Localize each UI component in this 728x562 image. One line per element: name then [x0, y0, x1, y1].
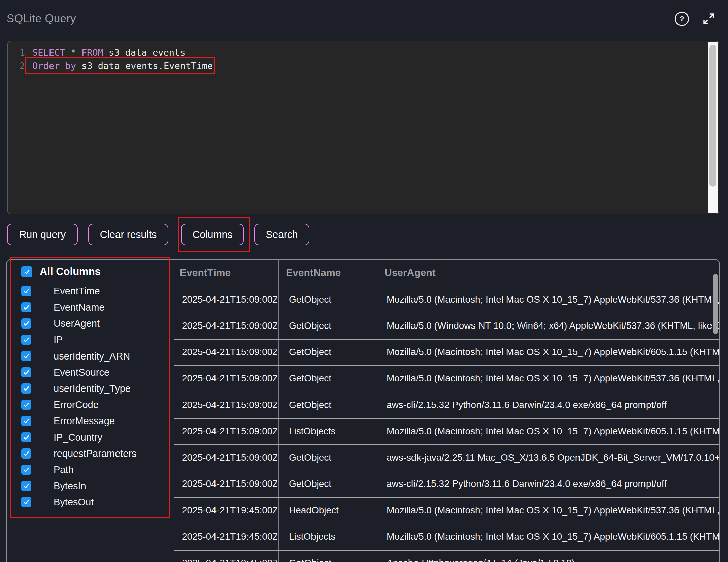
column-label: IP_Country [54, 432, 102, 443]
table-row: 2025-04-21T19:45:00Z ListObjects Mozilla… [174, 524, 719, 551]
column-label: Path [54, 464, 74, 475]
cell-eventname: GetObject [289, 339, 376, 365]
column-item: EventName [21, 302, 105, 313]
column-label: UserAgent [54, 318, 100, 329]
column-checkbox[interactable] [21, 465, 31, 475]
cell-eventname: GetObject [289, 313, 376, 339]
table-header-cell: UserAgent [385, 259, 436, 286]
column-item: Path [21, 464, 74, 475]
editor-scrollbar-thumb[interactable] [709, 45, 716, 187]
columns-button[interactable]: Columns [181, 224, 244, 245]
editor-scrollbar[interactable] [708, 42, 718, 213]
cell-eventtime: 2025-04-21T15:09:00Z [182, 471, 277, 497]
cell-eventname: GetObject [289, 286, 376, 313]
column-label: IP [54, 334, 63, 345]
all-columns-checkbox[interactable] [21, 266, 32, 277]
cell-eventtime: 2025-04-21T15:09:00Z [182, 313, 277, 339]
column-label: ErrorMessage [54, 415, 115, 427]
sql-keyword: Order by [32, 61, 76, 71]
sql-identifier: s3_data_events [109, 47, 186, 58]
column-checkbox[interactable] [21, 383, 31, 394]
line-number: 1 [13, 47, 25, 58]
column-checkbox[interactable] [21, 318, 31, 329]
table-header-row: EventTime EventName UserAgent [174, 259, 719, 286]
search-button[interactable]: Search [254, 224, 309, 245]
code-area: 1 SELECT * FROM s3_data_events 2 Order b… [8, 41, 719, 72]
column-checkbox[interactable] [21, 351, 31, 361]
column-checkbox[interactable] [21, 335, 31, 345]
cell-eventname: ListObjects [289, 524, 376, 550]
column-item: ErrorCode [21, 399, 99, 410]
column-label: BytesOut [54, 497, 94, 508]
sql-keyword: SELECT [32, 47, 65, 58]
column-item: UserAgent [21, 318, 100, 329]
cell-useragent: Apache-Httpbeverages/4.5.14 (Java/17.0.1… [387, 550, 719, 562]
cell-eventname: GetObject [289, 471, 376, 497]
column-checkbox[interactable] [21, 497, 31, 507]
line-number: 2 [13, 61, 25, 71]
help-icon[interactable]: ? [675, 12, 689, 26]
cell-useragent: aws-sdk-java/2.25.11 Mac_OS_X/13.6.5 Ope… [387, 444, 719, 471]
column-checkbox[interactable] [21, 448, 31, 459]
run-query-button[interactable]: Run query [7, 224, 78, 245]
page-title: SQLite Query [7, 12, 76, 25]
column-checkbox[interactable] [21, 416, 31, 426]
cell-useragent: aws-cli/2.15.32 Python/3.11.6 Darwin/23.… [387, 392, 719, 418]
column-item: EventTime [21, 285, 100, 297]
cell-eventname: GetObject [289, 550, 376, 562]
table-row: 2025-04-21T19:45:00Z HeadObject Mozilla/… [174, 497, 719, 524]
expand-icon[interactable] [702, 12, 715, 25]
column-item: EventSource [21, 367, 109, 378]
column-label: BytesIn [54, 480, 86, 492]
column-item: userIdentity_ARN [21, 350, 130, 362]
table-scrollbar-thumb[interactable] [713, 274, 718, 334]
table-row: 2025-04-21T15:09:00Z GetObject Mozilla/5… [174, 339, 719, 366]
table-row: 2025-04-21T15:09:00Z GetObject aws-cli/2… [174, 392, 719, 419]
sql-keyword: FROM [81, 47, 103, 58]
cell-eventtime: 2025-04-21T19:45:00Z [182, 497, 277, 524]
column-checkbox[interactable] [21, 400, 31, 410]
cell-eventname: GetObject [289, 392, 376, 418]
cell-useragent: Mozilla/5.0 (Macintosh; Intel Mac OS X 1… [387, 497, 719, 524]
cell-eventname: HeadObject [289, 497, 376, 524]
column-checkbox[interactable] [21, 302, 31, 312]
column-label: EventTime [54, 286, 100, 297]
column-label: EventSource [54, 367, 109, 378]
cell-eventtime: 2025-04-21T19:45:00Z [182, 550, 277, 562]
editor-line-1: 1 SELECT * FROM s3_data_events [13, 45, 719, 59]
cell-useragent: Mozilla/5.0 (Macintosh; Intel Mac OS X 1… [387, 286, 719, 313]
table-header-cell: EventTime [180, 259, 231, 286]
column-item: IP [21, 334, 63, 345]
table-row: 2025-04-21T15:09:00Z GetObject aws-cli/2… [174, 471, 719, 498]
cell-eventname: ListObjects [289, 418, 376, 444]
column-checkbox[interactable] [21, 481, 31, 491]
column-item: userIdentity_Type [21, 383, 131, 394]
table-row: 2025-04-21T15:09:00Z GetObject Mozilla/5… [174, 286, 719, 313]
cell-eventtime: 2025-04-21T15:09:00Z [182, 392, 277, 418]
all-columns-row: All Columns [21, 266, 101, 277]
column-item: IP_Country [21, 432, 102, 443]
cell-eventtime: 2025-04-21T15:09:00Z [182, 365, 277, 392]
cell-eventtime: 2025-04-21T15:09:00Z [182, 418, 277, 444]
question-mark-glyph: ? [680, 14, 684, 23]
cell-useragent: Mozilla/5.0 (Macintosh; Intel Mac OS X 1… [387, 524, 719, 550]
column-item: ErrorMessage [21, 415, 115, 427]
column-checkbox[interactable] [21, 432, 31, 442]
sql-star-operator: * [71, 47, 76, 58]
cell-eventname: GetObject [289, 444, 376, 471]
column-label: userIdentity_ARN [54, 351, 130, 362]
column-item: requestParameters [21, 448, 137, 459]
table-row: 2025-04-21T15:09:00Z GetObject Mozilla/5… [174, 313, 719, 340]
sql-editor[interactable]: 1 SELECT * FROM s3_data_events 2 Order b… [7, 41, 719, 214]
clear-results-button[interactable]: Clear results [88, 224, 168, 245]
column-label: ErrorCode [54, 399, 99, 410]
cell-useragent: aws-cli/2.15.32 Python/3.11.6 Darwin/23.… [387, 471, 719, 497]
cell-useragent: Mozilla/5.0 (Macintosh; Intel Mac OS X 1… [387, 339, 719, 365]
sqlite-query-panel: SQLite Query ? 1 SELECT * FROM s3_data_e… [0, 0, 728, 562]
table-row: 2025-04-21T15:09:00Z GetObject aws-sdk-j… [174, 444, 719, 471]
sql-identifier: s3_data_events.EventTime [81, 61, 213, 71]
column-checkbox[interactable] [21, 286, 31, 296]
column-checkbox[interactable] [21, 367, 31, 377]
cell-useragent: Mozilla/5.0 (Windows NT 10.0; Win64; x64… [387, 313, 719, 339]
column-item: BytesOut [21, 496, 94, 508]
